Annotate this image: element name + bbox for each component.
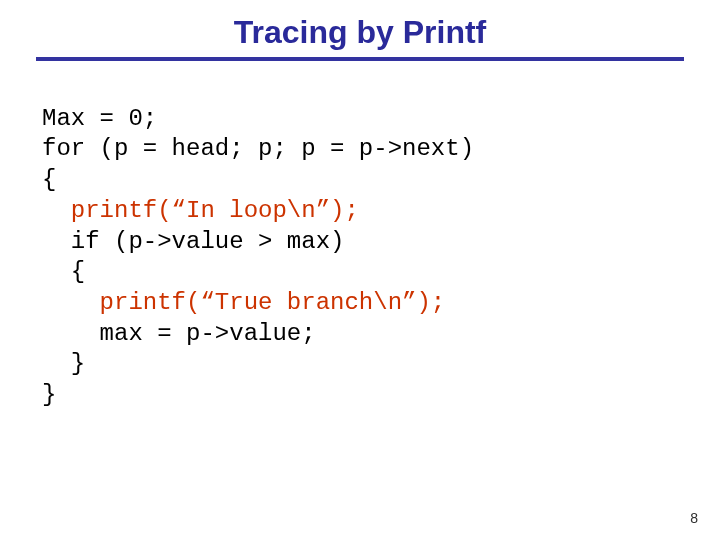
- code-line-5: if (p->value > max): [42, 228, 344, 255]
- slide: Tracing by Printf Max = 0; for (p = head…: [0, 0, 720, 540]
- code-line-9: }: [42, 350, 85, 377]
- code-line-4: printf(“In loop\n”);: [42, 197, 359, 224]
- page-number: 8: [690, 510, 698, 526]
- code-line-3: {: [42, 166, 56, 193]
- code-line-10: }: [42, 381, 56, 408]
- code-line-8: max = p->value;: [42, 320, 316, 347]
- code-line-1: Max = 0;: [42, 105, 157, 132]
- code-block: Max = 0; for (p = head; p; p = p->next) …: [42, 73, 720, 442]
- slide-title: Tracing by Printf: [0, 0, 720, 57]
- code-line-2: for (p = head; p; p = p->next): [42, 135, 474, 162]
- code-line-7: printf(“True branch\n”);: [42, 289, 445, 316]
- title-underline: [36, 57, 684, 61]
- code-line-6: {: [42, 258, 85, 285]
